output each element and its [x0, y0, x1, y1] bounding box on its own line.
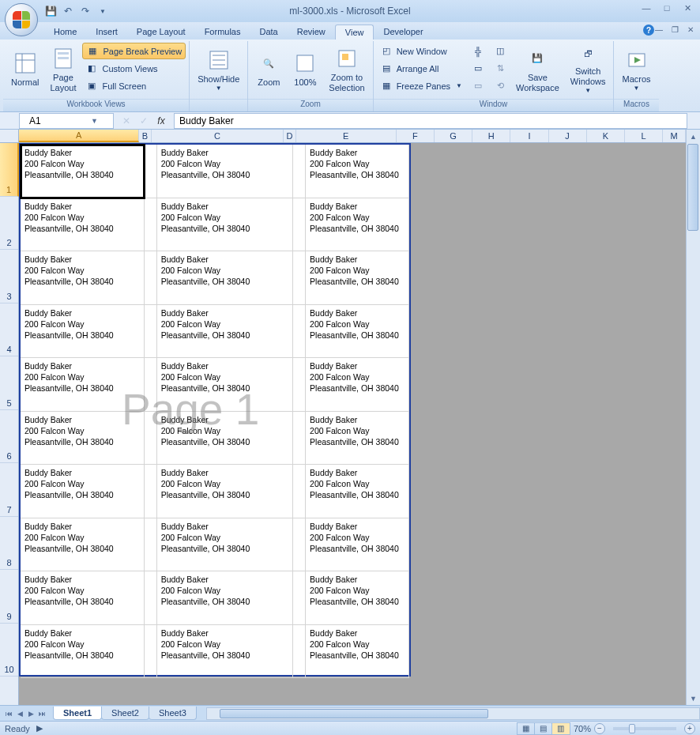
cell[interactable]: Buddy Baker200 Falcon WayPleasantville, … — [157, 145, 294, 198]
doc-minimize-button[interactable]: — — [653, 24, 665, 35]
cell[interactable]: Buddy Baker200 Falcon WayPleasantville, … — [157, 571, 294, 625]
row-header-10[interactable]: 10 — [0, 624, 18, 677]
close-button[interactable]: ✕ — [678, 2, 697, 14]
cell[interactable] — [145, 518, 157, 572]
macros-button[interactable]: Macros ▼ — [617, 43, 655, 96]
column-header-D[interactable]: D — [284, 130, 295, 142]
cell[interactable]: Buddy Baker200 Falcon WayPleasantville, … — [306, 465, 409, 518]
save-workspace-button[interactable]: 💾 Save Workspace — [511, 43, 564, 96]
sheet-tab-sheet3[interactable]: Sheet3 — [149, 707, 197, 720]
name-box[interactable]: A1 ▼ — [19, 113, 114, 129]
scroll-thumb[interactable] — [687, 144, 698, 231]
hide-button[interactable]: ▭ — [469, 60, 487, 77]
scroll-up-icon[interactable]: ▲ — [687, 130, 700, 143]
cell[interactable]: Buddy Baker200 Falcon WayPleasantville, … — [306, 145, 409, 198]
split-button[interactable]: ╬ — [469, 43, 487, 59]
tab-view[interactable]: View — [335, 24, 374, 40]
page-layout-button[interactable]: Page Layout — [45, 43, 81, 96]
zoom-to-selection-button[interactable]: Zoom to Selection — [324, 43, 369, 96]
page-break-view-btn[interactable]: ▥ — [552, 723, 570, 734]
row-header-9[interactable]: 9 — [0, 570, 18, 624]
tab-prev-icon[interactable]: ◀ — [14, 710, 25, 718]
scroll-down-icon[interactable]: ▼ — [687, 692, 700, 705]
page-break-preview-button[interactable]: ▦ Page Break Preview — [82, 43, 186, 59]
row-header-2[interactable]: 2 — [0, 197, 18, 251]
tab-review[interactable]: Review — [288, 24, 335, 40]
cell[interactable] — [145, 251, 157, 305]
vertical-scrollbar[interactable]: ▲ ▼ — [686, 130, 700, 705]
cell[interactable] — [145, 625, 157, 679]
select-all-corner[interactable] — [0, 130, 19, 143]
save-icon[interactable]: 💾 — [44, 5, 57, 17]
cell[interactable]: Buddy Baker200 Falcon WayPleasantville, … — [306, 358, 409, 412]
row-header-6[interactable]: 6 — [0, 410, 18, 464]
column-header-I[interactable]: I — [510, 130, 548, 142]
cell[interactable]: Buddy Baker200 Falcon WayPleasantville, … — [306, 198, 409, 252]
cell[interactable]: Buddy Baker200 Falcon WayPleasantville, … — [21, 465, 145, 518]
sync-scroll-button[interactable]: ⇅ — [491, 60, 510, 77]
column-header-H[interactable]: H — [472, 130, 510, 142]
column-header-J[interactable]: J — [549, 130, 587, 142]
cell[interactable] — [145, 198, 157, 252]
cell[interactable]: Buddy Baker200 Falcon WayPleasantville, … — [306, 412, 409, 466]
tab-home[interactable]: Home — [44, 24, 86, 40]
cell[interactable]: Buddy Baker200 Falcon WayPleasantville, … — [306, 251, 409, 305]
cell[interactable] — [293, 305, 306, 359]
cell[interactable]: Buddy Baker200 Falcon WayPleasantville, … — [157, 518, 294, 572]
cell[interactable]: Buddy Baker200 Falcon WayPleasantville, … — [21, 358, 145, 412]
undo-icon[interactable]: ↶ — [62, 5, 74, 17]
row-header-8[interactable]: 8 — [0, 517, 18, 571]
cell[interactable]: Buddy Baker200 Falcon WayPleasantville, … — [157, 305, 294, 359]
cell[interactable]: Buddy Baker200 Falcon WayPleasantville, … — [306, 625, 409, 679]
cell[interactable]: Buddy Baker200 Falcon WayPleasantville, … — [21, 518, 145, 572]
column-header-K[interactable]: K — [587, 130, 625, 142]
row-header-3[interactable]: 3 — [0, 250, 18, 303]
custom-views-button[interactable]: ◧ Custom Views — [82, 60, 186, 77]
cell[interactable] — [293, 198, 306, 252]
macro-record-icon[interactable]: ▶ — [36, 723, 43, 733]
column-header-G[interactable]: G — [435, 130, 472, 142]
zoom-out-button[interactable]: − — [594, 723, 605, 734]
horizontal-scrollbar[interactable] — [206, 707, 700, 720]
cell[interactable] — [145, 305, 157, 359]
column-header-B[interactable]: B — [139, 130, 151, 142]
new-window-button[interactable]: ◰New Window — [377, 43, 465, 59]
arrange-all-button[interactable]: ▤Arrange All — [377, 60, 465, 77]
tab-first-icon[interactable]: ⏮ — [3, 710, 14, 718]
cell[interactable]: Buddy Baker200 Falcon WayPleasantville, … — [21, 251, 145, 305]
cell[interactable] — [293, 518, 306, 572]
column-header-A[interactable]: A — [19, 130, 139, 142]
row-header-5[interactable]: 5 — [0, 356, 18, 410]
maximize-button[interactable]: □ — [657, 2, 676, 14]
doc-close-button[interactable]: ✕ — [684, 24, 697, 35]
cell[interactable]: Buddy Baker200 Falcon WayPleasantville, … — [157, 358, 294, 412]
zoom-button[interactable]: 🔍 Zoom — [251, 43, 286, 96]
tab-last-icon[interactable]: ⏭ — [36, 710, 47, 718]
cell[interactable] — [145, 571, 157, 625]
cell[interactable]: Buddy Baker200 Falcon WayPleasantville, … — [157, 412, 294, 466]
cell[interactable] — [293, 571, 306, 625]
cell[interactable] — [293, 625, 306, 679]
qat-dropdown-icon[interactable]: ▼ — [96, 5, 109, 17]
column-header-L[interactable]: L — [625, 130, 663, 142]
cell[interactable] — [145, 358, 157, 412]
tab-developer[interactable]: Developer — [374, 24, 432, 40]
tab-page-layout[interactable]: Page Layout — [127, 24, 195, 40]
cell[interactable] — [293, 412, 306, 466]
column-header-M[interactable]: M — [663, 130, 686, 142]
tab-next-icon[interactable]: ▶ — [25, 710, 36, 718]
cell[interactable]: Buddy Baker200 Falcon WayPleasantville, … — [21, 571, 145, 625]
reset-pos-button[interactable]: ⟲ — [491, 77, 510, 94]
tab-data[interactable]: Data — [250, 24, 287, 40]
full-screen-button[interactable]: ▣ Full Screen — [82, 77, 186, 94]
doc-restore-button[interactable]: ❐ — [668, 24, 681, 35]
zoom-slider[interactable] — [613, 727, 676, 730]
view-side-button[interactable]: ◫ — [491, 43, 510, 59]
column-header-F[interactable]: F — [397, 130, 435, 142]
zoom-100-button[interactable]: 100% — [288, 43, 322, 96]
cell[interactable] — [293, 251, 306, 305]
cell[interactable]: Buddy Baker200 Falcon WayPleasantville, … — [21, 412, 145, 466]
column-header-C[interactable]: C — [152, 130, 284, 142]
cell[interactable]: Buddy Baker200 Falcon WayPleasantville, … — [306, 571, 409, 625]
cell[interactable]: Buddy Baker200 Falcon WayPleasantville, … — [21, 625, 145, 679]
